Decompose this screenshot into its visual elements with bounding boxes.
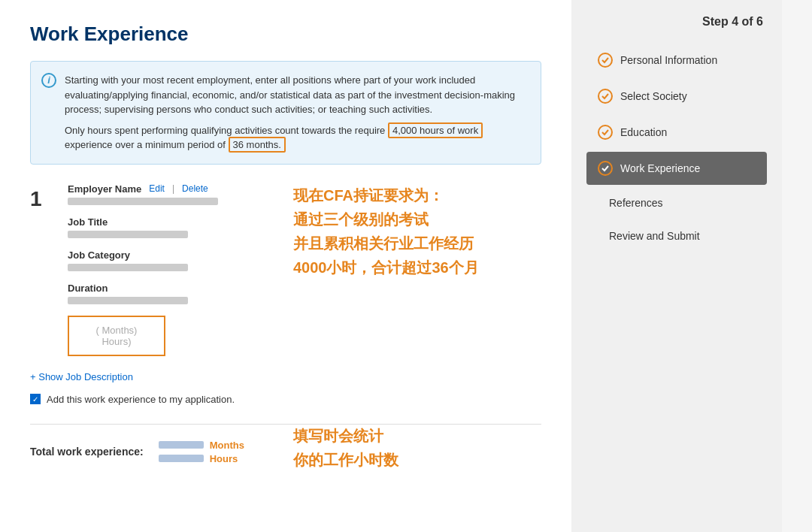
sidebar-label-education: Education: [620, 126, 667, 138]
hours-highlight: 4,000 hours of work: [388, 122, 483, 138]
sidebar-item-education[interactable]: Education: [586, 116, 767, 149]
employer-number: 1: [30, 183, 53, 356]
total-months-unit: Months: [210, 440, 244, 451]
total-months-row: Months: [159, 440, 244, 451]
duration-box: ( Months) Hours): [68, 316, 165, 356]
duration-label: Duration: [68, 283, 541, 294]
sidebar-label-references: References: [609, 197, 663, 209]
check-icon-work: [598, 161, 613, 176]
check-icon-personal: [598, 53, 613, 68]
info-text-1: Starting with your most recent employmen…: [65, 73, 529, 117]
employer-section: 1 Employer Name Edit | Delete Job Title: [30, 183, 541, 356]
add-to-application-row: ✓ Add this work experience to my applica…: [30, 394, 541, 405]
job-category-input[interactable]: [68, 264, 188, 271]
duration-field: Duration: [68, 283, 541, 304]
employer-name-input[interactable]: [68, 198, 218, 205]
step-indicator: Step 4 of 6: [586, 15, 767, 29]
sidebar-item-work-experience[interactable]: Work Experience: [586, 152, 767, 185]
info-text-2: Only hours spent performing qualifying a…: [65, 123, 529, 153]
sidebar-label-work-experience: Work Experience: [620, 162, 700, 174]
main-content: Work Experience i Starting with your mos…: [0, 0, 571, 532]
total-section: Total work experience: Months Hours: [30, 424, 541, 464]
step-list: Personal Information Select Society Educ…: [586, 44, 767, 251]
job-title-field: Job Title: [68, 216, 541, 238]
employer-name-label: Employer Name Edit | Delete: [68, 183, 541, 195]
edit-link[interactable]: Edit: [149, 183, 165, 194]
employer-fields: Employer Name Edit | Delete Job Title: [68, 183, 541, 356]
check-icon-society: [598, 89, 613, 104]
add-to-application-label: Add this work experience to my applicati…: [47, 394, 235, 405]
sidebar-item-personal-info[interactable]: Personal Information: [586, 44, 767, 77]
info-icon: i: [41, 73, 56, 88]
show-job-description-row: + Show Job Description: [30, 371, 541, 382]
total-values: Months Hours: [159, 440, 244, 464]
sidebar: Step 4 of 6 Personal Information Select …: [571, 0, 782, 532]
total-hours-value: [159, 455, 204, 462]
employer-name-field: Employer Name Edit | Delete: [68, 183, 541, 205]
sidebar-item-select-society[interactable]: Select Society: [586, 80, 767, 113]
add-to-application-checkbox[interactable]: ✓: [30, 394, 41, 404]
total-label: Total work experience:: [30, 446, 144, 458]
info-box: i Starting with your most recent employm…: [30, 61, 541, 165]
show-job-description-link[interactable]: Show Job Description: [38, 371, 133, 382]
plus-icon: +: [30, 371, 38, 382]
total-hours-unit: Hours: [210, 453, 238, 464]
job-title-input[interactable]: [68, 231, 188, 238]
total-hours-row: Hours: [159, 453, 244, 464]
sidebar-label-select-society: Select Society: [620, 90, 687, 102]
job-title-label: Job Title: [68, 216, 541, 228]
sidebar-label-personal-info: Personal Information: [620, 54, 717, 66]
sidebar-label-review-submit: Review and Submit: [609, 230, 700, 242]
delete-link[interactable]: Delete: [182, 183, 208, 194]
check-icon-education: [598, 125, 613, 140]
page-title: Work Experience: [30, 23, 541, 46]
sidebar-item-review-submit[interactable]: Review and Submit: [586, 221, 767, 251]
hours-display: Hours): [84, 336, 149, 347]
employer-section-wrapper: 1 Employer Name Edit | Delete Job Title: [30, 183, 541, 356]
separator: |: [172, 183, 174, 194]
duration-input[interactable]: [68, 297, 188, 304]
sidebar-item-references[interactable]: References: [586, 188, 767, 218]
job-category-label: Job Category: [68, 249, 541, 261]
months-highlight: 36 months.: [229, 137, 286, 153]
total-months-value: [159, 441, 204, 449]
months-display: ( Months): [84, 325, 149, 336]
job-category-field: Job Category: [68, 249, 541, 271]
